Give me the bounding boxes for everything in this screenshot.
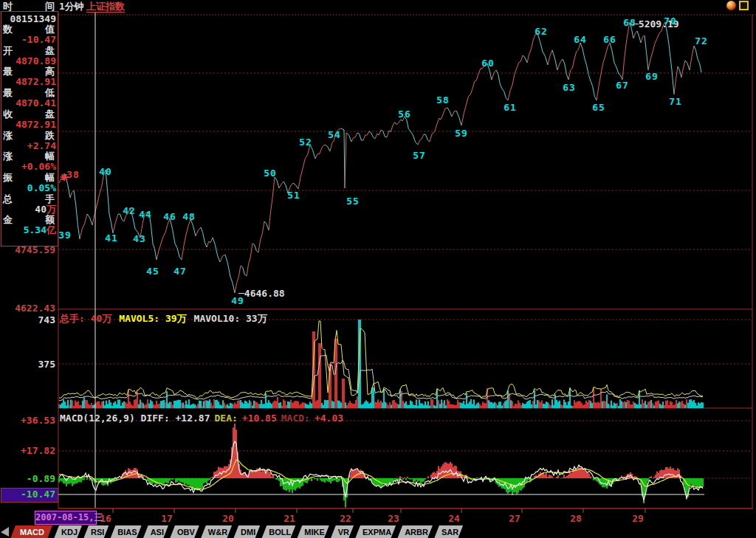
wave-label-56: 56 [398, 109, 411, 119]
macd-axis-label-0: +36.53 [0, 415, 55, 425]
macd-panel-header: MACD(12,26,9) DIFF: +12.87DEA:+10.85MACD… [60, 410, 348, 424]
volume-header-part-2: MAVOL10: 33万 [194, 313, 267, 324]
wave-label-46: 46 [163, 212, 176, 221]
wave-label-60: 60 [481, 58, 495, 68]
wave-label-65: 65 [592, 103, 605, 112]
wave-label-63: 63 [563, 83, 576, 92]
macd-axis-label-2: -0.89 [0, 474, 55, 483]
tab-dmi[interactable]: DMI [233, 525, 260, 538]
wave-label-45: 45 [146, 266, 159, 276]
x-axis-label-24: 24 [448, 514, 460, 523]
wave-label-66: 66 [603, 35, 616, 44]
wave-label-41: 41 [105, 233, 118, 243]
tab-vr[interactable]: VR [331, 525, 354, 538]
price-axis-label-0: 4745.59 [0, 245, 55, 255]
wave-label-42: 42 [123, 206, 136, 215]
tab-rsi[interactable]: RSI [83, 525, 109, 538]
wave-label-43: 43 [133, 234, 146, 244]
chart-canvas[interactable] [0, 0, 756, 538]
wave-label-55: 55 [346, 196, 360, 206]
tab-kdj[interactable]: KDJ [54, 525, 82, 538]
indicator-tab-bar: MACDKDJRSIBIASASIOBVW&RDMIBOLLMIKEVREXPM… [10, 525, 463, 538]
macd-axis-label-1: +17.82 [0, 446, 55, 455]
volume-ma-lines [59, 321, 703, 401]
wave-label-71: 71 [669, 97, 682, 106]
macd-header-part-2: +10.85 [242, 413, 277, 424]
tab-sar[interactable]: SAR [434, 525, 463, 538]
x-axis-label-23: 23 [388, 514, 399, 523]
volume-axis-label-1: 375 [0, 359, 55, 369]
wave-label-48: 48 [182, 212, 196, 221]
cursor-date-label: 2007-08-15,三 [35, 511, 97, 525]
tab-wr[interactable]: W&R [201, 525, 232, 538]
volume-panel-header: 总手: 40万MAVOL5: 39万MAVOL10: 33万 [60, 311, 275, 325]
tab-mike[interactable]: MIKE [297, 525, 329, 538]
volume-axis-label-0: 743 [0, 315, 55, 325]
tab-expma[interactable]: EXPMA [355, 525, 396, 538]
tab-asi[interactable]: ASI [143, 525, 168, 538]
macd-header-part-4: +4.03 [315, 413, 343, 424]
x-axis-label-20: 20 [222, 514, 234, 523]
x-axis-label-28: 28 [570, 514, 582, 523]
trading-app-window: 时 间 1分钟 上证指数 08151349 数值-10.47开盘4870.89最… [0, 0, 756, 538]
wave-label-70: 70 [664, 16, 677, 26]
wave-label-40: 40 [99, 167, 112, 176]
macd-lines [59, 441, 703, 500]
wave-label-72: 72 [695, 36, 708, 46]
macd-axis-label-3: -10.47 [0, 489, 55, 499]
x-axis-label-22: 22 [340, 514, 351, 523]
wave-label-39: 39 [58, 230, 72, 240]
wave-label-49: 49 [231, 296, 244, 306]
wave-label-54: 54 [328, 130, 341, 139]
wave-label-64: 64 [574, 35, 587, 44]
wave-label-51: 51 [287, 190, 300, 200]
wave-label-62: 62 [535, 27, 548, 36]
x-axis-label-17: 17 [161, 514, 173, 523]
wave-label-44: 44 [139, 210, 152, 219]
wave-label-57: 57 [413, 151, 426, 160]
tab-boll[interactable]: BOLL [261, 525, 295, 538]
low-price-annotation: ─4646.88 [238, 289, 285, 298]
wave-label-67: 67 [616, 80, 629, 90]
tab-bias[interactable]: BIAS [110, 525, 141, 538]
x-axis-label-27: 27 [509, 514, 520, 523]
macd-header-part-0: MACD(12,26,9) DIFF: +12.87 [60, 413, 210, 424]
wave-label-61: 61 [504, 103, 517, 112]
wave-label-59: 59 [455, 128, 468, 138]
price-line [59, 22, 701, 293]
tab-obv[interactable]: OBV [170, 525, 199, 538]
wave-label-69: 69 [645, 72, 659, 81]
wave-label-50: 50 [264, 168, 277, 178]
panel-frame [58, 13, 756, 513]
wave-label-47: 47 [173, 266, 187, 276]
price-axis-label-1: 4622.43 [0, 303, 55, 313]
macd-header-part-1: DEA: [215, 413, 238, 424]
volume-header-part-1: MAVOL5: 39万 [119, 313, 186, 324]
macd-header-part-3: MACD: [281, 413, 310, 424]
volume-header-part-0: 总手: 40万 [60, 313, 111, 324]
wave-label-68: 68 [623, 18, 636, 27]
wave-label-38: 38 [66, 170, 80, 179]
tab-macd[interactable]: MACD [10, 525, 52, 538]
wave-label-58: 58 [436, 95, 450, 105]
tab-arbr[interactable]: ARBR [397, 525, 433, 538]
crosshair [58, 13, 704, 508]
wave-label-52: 52 [299, 137, 312, 147]
x-axis-label-29: 29 [632, 514, 644, 523]
x-axis-label-21: 21 [284, 514, 295, 523]
